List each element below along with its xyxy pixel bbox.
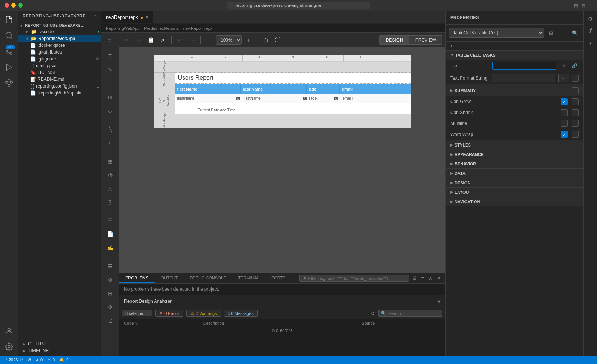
sidebar-item-sln[interactable]: 📄 ReportingWebApp.sln xyxy=(18,89,101,96)
sidebar-more-icon[interactable]: ··· xyxy=(92,14,96,18)
sidebar-item-dockerignore[interactable]: 📄 .dockerignore xyxy=(18,42,101,49)
undo-button[interactable]: ↩ xyxy=(175,35,185,45)
search-activity-icon[interactable] xyxy=(2,28,17,43)
sidebar-item-config[interactable]: { } config.json xyxy=(18,62,101,69)
extensions-icon[interactable] xyxy=(2,76,17,91)
preview-button[interactable]: PREVIEW xyxy=(409,36,442,44)
section-appearance[interactable]: ▶ APPEARANCE xyxy=(446,150,583,159)
section-navigation[interactable]: ▶ NAVIGATION xyxy=(446,197,583,206)
bar-chart-icon[interactable]: ▦ xyxy=(104,155,116,167)
element-selector-dropdown[interactable]: tableCell8 (Table Cell) xyxy=(449,28,544,38)
run-debug-icon[interactable] xyxy=(2,60,17,75)
redo-button[interactable]: ↪ xyxy=(187,35,197,45)
text-tool-icon[interactable]: T xyxy=(104,50,116,62)
sidebar-item-vscode[interactable]: ▶ 📁 .vscode ● xyxy=(18,28,101,35)
section-layout[interactable]: ▶ LAYOUT xyxy=(446,187,583,197)
data-age[interactable]: [age] ⊕ xyxy=(308,94,339,103)
text-format-input[interactable] xyxy=(492,74,555,82)
cross-tab-icon[interactable]: ⊕ xyxy=(104,274,116,286)
refresh-icon[interactable]: ↺ xyxy=(371,310,375,316)
text-link-btn[interactable]: 🔗 xyxy=(571,62,579,70)
maximize-button[interactable] xyxy=(18,3,23,8)
sidebar-item-license[interactable]: 🔖 LICENSE xyxy=(18,69,101,76)
zoom-in-button[interactable]: + xyxy=(243,35,254,45)
can-shrink-extra-checkbox[interactable] xyxy=(572,109,579,116)
breadcrumb-file[interactable]: newReport.repx xyxy=(183,26,213,31)
text-format-more-btn[interactable]: ··· xyxy=(558,74,569,82)
copy-button[interactable]: ⊡ xyxy=(133,35,144,45)
word-wrap-checkbox[interactable]: ✓ xyxy=(561,131,568,138)
sidebar-item-reporting-config[interactable]: { } reporting.config.json U xyxy=(18,83,101,89)
can-grow-checkbox[interactable]: ✓ xyxy=(561,98,568,105)
section-styles[interactable]: ▶ STYLES xyxy=(446,140,583,150)
close-icon[interactable]: ✕ xyxy=(435,275,442,281)
list-icon[interactable]: ≡ xyxy=(419,275,425,281)
messages-filter-btn[interactable]: ℹ 0 Messages xyxy=(224,310,258,317)
line-tool-icon[interactable]: ╲ xyxy=(104,123,116,135)
more-icon[interactable]: ··· xyxy=(588,3,592,8)
can-grow-extra-checkbox[interactable] xyxy=(572,98,579,105)
clear-selected-icon[interactable]: ✕ xyxy=(146,311,149,316)
sparkline-icon[interactable]: △ xyxy=(104,182,116,194)
analyzer-search-input[interactable] xyxy=(388,311,440,316)
error-count[interactable]: ✕ 0 xyxy=(36,358,43,362)
text-format-checkbox[interactable] xyxy=(572,75,579,82)
multiline-extra-checkbox[interactable] xyxy=(572,120,579,127)
data-firstname[interactable]: [firstName] ⊕ xyxy=(175,94,241,103)
collapse-icon[interactable]: ∧ xyxy=(427,275,434,281)
sync-icon-item[interactable]: ↺ xyxy=(28,358,31,362)
zoom-out-button[interactable]: − xyxy=(204,35,214,45)
sidebar-item-readme[interactable]: 📝 README.md xyxy=(18,76,101,83)
text-input[interactable] xyxy=(492,62,556,70)
section-summary[interactable]: ▶ SUMMARY xyxy=(446,85,583,96)
tab-close-icon[interactable]: ✕ xyxy=(145,15,148,19)
section-data[interactable]: ▶ DATA xyxy=(446,168,583,178)
table-tool-icon[interactable]: ⊞ xyxy=(104,91,116,103)
tab-debug-console[interactable]: DEBUG CONSOLE xyxy=(184,273,232,283)
draw-tool-icon[interactable]: ✎ xyxy=(104,64,116,76)
minimize-button[interactable] xyxy=(11,3,16,8)
word-wrap-extra-checkbox[interactable] xyxy=(572,131,579,138)
circle-tool-icon[interactable]: ○ xyxy=(104,137,116,149)
warnings-filter-btn[interactable]: ⚠ 0 Warnings xyxy=(186,310,221,317)
split-icon[interactable]: ⊞ xyxy=(581,3,585,8)
tab-ports[interactable]: PORTS xyxy=(265,273,292,283)
sidebar-item-gitattributes[interactable]: 📄 .gitattributes xyxy=(18,49,101,56)
breadcrumb-reports[interactable]: PredefinedReports xyxy=(144,26,179,31)
pie-chart-icon[interactable]: ◔ xyxy=(104,169,116,181)
highlight-button[interactable]: ⬡ xyxy=(260,35,271,45)
sum-icon[interactable]: ∑ xyxy=(104,196,116,208)
section-behavior[interactable]: ▶ BEHAVIOR xyxy=(446,159,583,168)
tab-output[interactable]: OUTPUT xyxy=(155,273,184,283)
design-button[interactable]: DESIGN xyxy=(380,36,409,44)
warning-count[interactable]: ⚠ 0 xyxy=(47,358,55,362)
print-icon[interactable]: 🖨 xyxy=(104,315,116,327)
tab-newreport[interactable]: newReport.repx ● ✕ xyxy=(101,11,153,23)
settings-icon[interactable] xyxy=(2,339,17,354)
data-lastname[interactable]: [lastName] ✎ xyxy=(241,94,308,103)
menu-button[interactable]: ≡ xyxy=(104,35,115,45)
group-props-btn[interactable]: ≡ xyxy=(558,28,568,38)
layout-icon[interactable]: ⊟ xyxy=(574,3,578,8)
outline-item[interactable]: ▶ OUTLINE xyxy=(18,341,101,347)
subreport-icon[interactable]: ☰ xyxy=(104,260,116,272)
font-right-icon[interactable]: f xyxy=(585,26,596,36)
settings-right-icon[interactable]: ⚙ xyxy=(585,14,596,24)
title-search-input[interactable] xyxy=(227,2,370,9)
list-icon[interactable]: ☰ xyxy=(104,214,116,227)
report-canvas-scroll[interactable]: 1 2 3 4 5 6 7 xyxy=(119,47,445,273)
multiline-checkbox[interactable] xyxy=(561,120,568,127)
sidebar-item-gitignore[interactable]: 📄 .gitignore M xyxy=(18,56,101,62)
tab-terminal[interactable]: TERMINAL xyxy=(232,273,265,283)
shape-tool-icon[interactable]: ◇ xyxy=(104,105,116,117)
breadcrumb-app[interactable]: ReportingWebApp xyxy=(106,26,140,31)
filter-input[interactable] xyxy=(308,276,406,281)
data-email[interactable]: [email] xyxy=(339,94,411,103)
tab-problems[interactable]: PROBLEMS xyxy=(119,273,155,283)
analyzer-collapse-icon[interactable]: ∨ xyxy=(437,298,441,304)
timeline-item[interactable]: ▶ TIMELINE xyxy=(18,347,101,354)
summary-checkbox[interactable] xyxy=(572,87,579,94)
sort-props-btn[interactable]: ⊞ xyxy=(546,28,556,38)
source-control-icon[interactable]: 213 xyxy=(2,44,17,59)
accounts-icon[interactable] xyxy=(2,323,17,338)
